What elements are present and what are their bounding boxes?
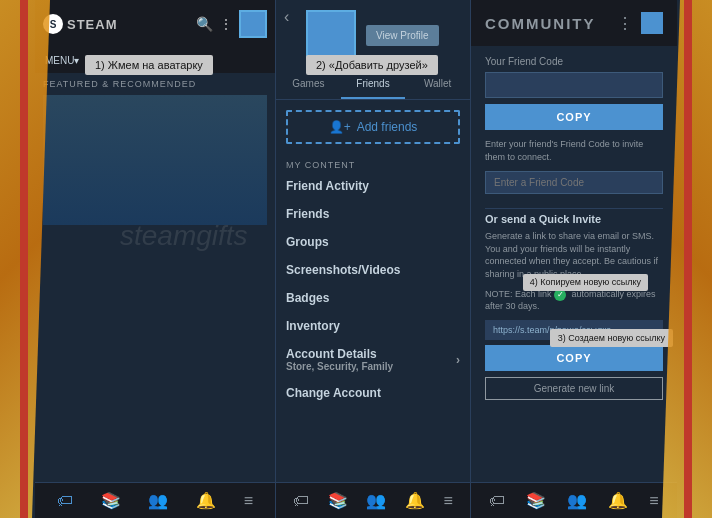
- search-icon[interactable]: 🔍: [196, 16, 213, 32]
- menu-icon-right[interactable]: ≡: [649, 492, 658, 510]
- community-avatar[interactable]: [641, 12, 663, 34]
- store-icon[interactable]: 🏷: [57, 492, 73, 510]
- add-friends-icon: 👤+: [329, 120, 351, 134]
- community-icon-right[interactable]: 👥: [567, 491, 587, 510]
- left-bottom-nav: 🏷 📚 👥 🔔 ≡: [35, 482, 275, 518]
- friend-activity-item[interactable]: Friend Activity: [276, 172, 470, 200]
- library-icon-right[interactable]: 📚: [526, 491, 546, 510]
- right-panel: COMMUNITY ⋮ Your Friend Code COPY Enter …: [470, 0, 677, 518]
- community-title: COMMUNITY: [485, 15, 596, 32]
- store-icon-right[interactable]: 🏷: [489, 492, 505, 510]
- inventory-item[interactable]: Inventory: [276, 312, 470, 340]
- dots-icon[interactable]: ⋮: [219, 16, 233, 32]
- change-account-item[interactable]: Change Account: [276, 379, 470, 407]
- community-bottom-nav: 🏷 📚 👥 🔔 ≡: [471, 482, 677, 518]
- my-content-label: MY CONTENT: [276, 154, 470, 172]
- featured-label: FEATURED & RECOMMENDED: [35, 73, 275, 93]
- community-header-right: ⋮: [617, 12, 663, 34]
- account-details-sub: Store, Security, Family: [286, 361, 393, 372]
- steam-logo: S STEAM: [43, 14, 118, 34]
- generate-new-link-button[interactable]: Generate new link: [485, 377, 663, 400]
- gift-ribbon-left: [20, 0, 28, 518]
- middle-bottom-nav: 🏷 📚 👥 🔔 ≡: [276, 482, 470, 518]
- featured-image: [43, 95, 267, 225]
- friend-code-input[interactable]: [485, 72, 663, 98]
- steam-text: STEAM: [67, 17, 118, 32]
- menu-icon-mid[interactable]: ≡: [443, 492, 452, 510]
- community-icon[interactable]: 👥: [148, 491, 168, 510]
- notifications-icon-mid[interactable]: 🔔: [405, 491, 425, 510]
- avatar[interactable]: [239, 10, 267, 38]
- screenshots-videos-item[interactable]: Screenshots/Videos: [276, 256, 470, 284]
- library-icon[interactable]: 📚: [101, 491, 121, 510]
- friend-code-label: Your Friend Code: [485, 56, 663, 67]
- enter-friend-code-input[interactable]: [485, 171, 663, 194]
- tooltip-step3: 3) Создаем новую ссылку: [550, 329, 673, 347]
- arrow-right-icon: ›: [456, 353, 460, 367]
- tooltip-step4: 4) Копируем новую ссылку: [523, 274, 648, 292]
- copy-link-button[interactable]: COPY: [485, 345, 663, 371]
- tooltip-step1: 1) Жмем на аватарку: [85, 55, 213, 75]
- invite-description: Enter your friend's Friend Code to invit…: [485, 138, 663, 163]
- quick-invite-note: NOTE: Each link ✓ automatically expires …: [485, 289, 663, 313]
- quick-invite-title: Or send a Quick Invite: [485, 213, 663, 225]
- divider: [485, 208, 663, 209]
- add-friends-button[interactable]: 👤+ Add friends: [286, 110, 460, 144]
- main-container: S STEAM 🔍 ⋮ MENU▾ WISHLIST WALLET 1) Жме…: [35, 0, 677, 518]
- store-icon-mid[interactable]: 🏷: [293, 492, 309, 510]
- add-friends-label: Add friends: [357, 120, 418, 134]
- badges-item[interactable]: Badges: [276, 284, 470, 312]
- friends-item[interactable]: Friends: [276, 200, 470, 228]
- left-panel: S STEAM 🔍 ⋮ MENU▾ WISHLIST WALLET 1) Жме…: [35, 0, 275, 518]
- steam-header: S STEAM 🔍 ⋮: [35, 0, 275, 48]
- community-content: Your Friend Code COPY Enter your friend'…: [471, 46, 677, 482]
- profile-avatar[interactable]: [306, 10, 356, 60]
- account-details-label: Account Details: [286, 347, 393, 361]
- gift-ribbon-right: [684, 0, 692, 518]
- back-arrow[interactable]: ‹: [284, 8, 289, 26]
- copy-friend-code-button[interactable]: COPY: [485, 104, 663, 130]
- menu-icon[interactable]: ≡: [244, 492, 253, 510]
- notifications-icon-right[interactable]: 🔔: [608, 491, 628, 510]
- library-icon-mid[interactable]: 📚: [328, 491, 348, 510]
- tooltip-step2: 2) «Добавить друзей»: [306, 55, 438, 75]
- community-dots-icon[interactable]: ⋮: [617, 14, 633, 33]
- community-header: COMMUNITY ⋮: [471, 0, 677, 46]
- left-main-content: FEATURED & RECOMMENDED: [35, 73, 275, 482]
- middle-panel: ‹ View Profile 2) «Добавить друзей» Game…: [275, 0, 470, 518]
- notifications-icon[interactable]: 🔔: [196, 491, 216, 510]
- view-profile-button[interactable]: View Profile: [366, 25, 439, 46]
- community-icon-mid[interactable]: 👥: [366, 491, 386, 510]
- tooltip3-container: COPY 3) Создаем новую ссылку: [485, 345, 663, 377]
- account-details-item[interactable]: Account Details Store, Security, Family …: [276, 340, 470, 379]
- groups-item[interactable]: Groups: [276, 228, 470, 256]
